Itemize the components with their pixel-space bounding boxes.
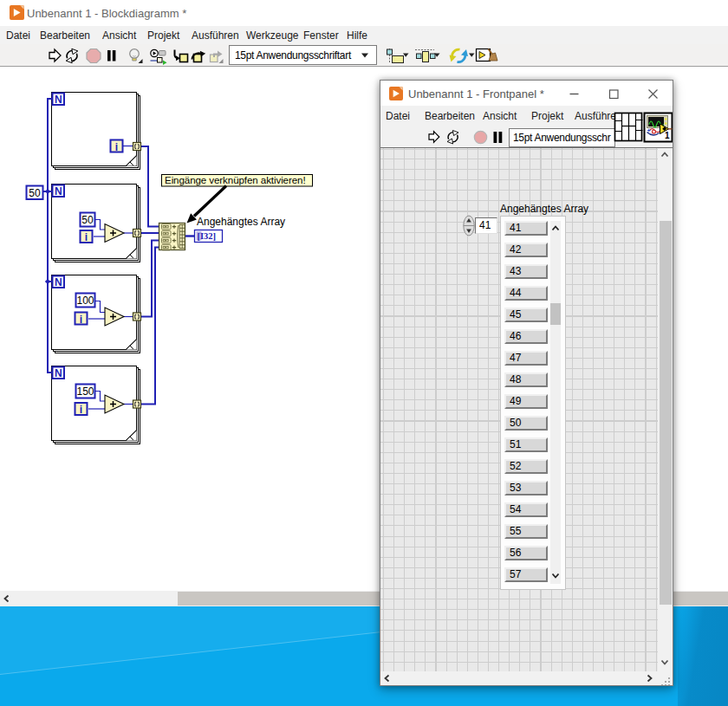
svg-text:150: 150 [76,385,94,398]
svg-text:50: 50 [81,214,94,226]
svg-text:15pt Anwendungsschr: 15pt Anwendungsschr [513,132,611,144]
svg-text:1: 1 [665,131,670,140]
svg-text:i: i [80,404,82,416]
svg-text:Eingänge verknüpfen aktivieren: Eingänge verknüpfen aktivieren! [165,174,306,185]
svg-text:15pt Anwendungsschriftart: 15pt Anwendungsschriftart [235,49,352,62]
svg-text:N: N [55,276,62,288]
svg-text:i: i [115,141,118,153]
svg-text:100: 100 [76,295,94,307]
svg-text:[I32]: [I32] [198,231,217,241]
svg-text:Angehängtes Array: Angehängtes Array [197,216,285,228]
svg-text:i: i [85,231,88,243]
svg-text:i: i [80,314,82,326]
svg-text:50: 50 [29,187,41,199]
svg-text:N: N [55,367,62,379]
svg-text:N: N [55,185,62,198]
svg-text:N: N [55,94,62,106]
